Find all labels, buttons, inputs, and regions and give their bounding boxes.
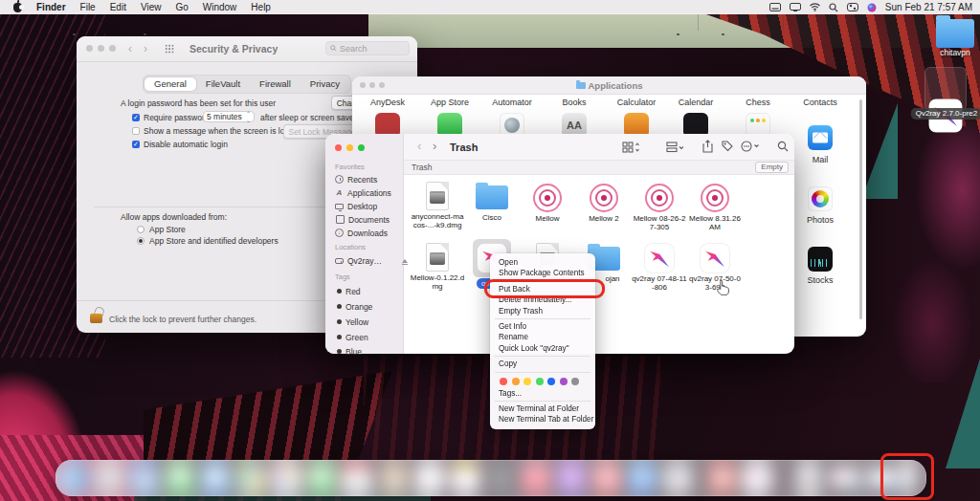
file-mellow-dmg[interactable]: Mellow-0.1.22.dmg <box>410 243 465 291</box>
file-mellow-08-26[interactable]: Mellow 08-26-27-305 <box>632 182 687 231</box>
photos-app-icon[interactable] <box>808 186 833 211</box>
mail-app-icon[interactable] <box>808 125 833 150</box>
control-center-icon[interactable] <box>847 3 858 11</box>
more-actions-icon[interactable] <box>741 141 760 152</box>
menu-go[interactable]: Go <box>175 2 188 12</box>
group-by-icon[interactable] <box>666 142 683 153</box>
empty-trash-button[interactable]: Empty <box>755 162 789 173</box>
security-search-field[interactable]: Search <box>325 41 410 55</box>
menu-window[interactable]: Window <box>203 2 237 12</box>
siri-icon[interactable] <box>867 3 877 12</box>
menu-edit[interactable]: Edit <box>110 2 126 12</box>
forward-icon[interactable]: › <box>433 141 436 152</box>
file-anyconnect-dmg[interactable]: anyconnect-macos-...-k9.dmg <box>410 182 465 229</box>
stocks-app-icon[interactable] <box>808 247 833 272</box>
sidebar-item-qv2ray-disk[interactable]: Qv2ray… <box>325 254 413 267</box>
file-cisco-folder[interactable]: Cisco <box>464 182 520 222</box>
app-label-appstore[interactable]: App Store <box>431 98 469 107</box>
tag-red[interactable] <box>500 378 507 385</box>
tag-icon[interactable] <box>722 141 733 152</box>
zoom-button[interactable] <box>109 45 116 52</box>
minimize-button[interactable] <box>346 144 353 151</box>
sidebar-tag-blue[interactable]: Blue <box>325 345 413 358</box>
tag-yellow[interactable] <box>523 378 531 385</box>
app-label-calendar[interactable]: Calendar <box>679 98 714 107</box>
desktop-app-label[interactable]: Qv2ray 2.7.0-pre2 <box>911 108 980 120</box>
zoom-button[interactable] <box>379 82 385 88</box>
file-mellow-83126[interactable]: Mellow 8.31.26 AM <box>687 182 743 231</box>
sidebar-tag-orange[interactable]: Orange <box>325 300 413 313</box>
keyboard-icon[interactable] <box>769 3 781 11</box>
menu-item-tags[interactable]: Tags... <box>490 388 595 399</box>
file-qv2ray-0750[interactable]: qv2ray 07-50-03-692 <box>687 244 743 292</box>
app-label-photos[interactable]: Photos <box>807 215 834 225</box>
display-icon[interactable] <box>790 3 801 11</box>
file-mellow-2[interactable]: Mellow 2 <box>576 182 632 223</box>
tab-privacy[interactable]: Privacy <box>301 77 349 91</box>
close-button[interactable] <box>335 144 342 151</box>
app-label-books[interactable]: Books <box>562 98 586 107</box>
desktop-folder-label[interactable]: chitavpn <box>940 48 970 57</box>
menu-item-open[interactable]: Open <box>490 257 595 268</box>
tag-blue[interactable] <box>547 378 555 385</box>
back-icon[interactable]: ‹ <box>417 141 421 152</box>
menu-item-rename[interactable]: Rename <box>490 332 595 342</box>
app-label-chess[interactable]: Chess <box>746 98 770 107</box>
sidebar-item-documents[interactable]: Documents <box>325 213 413 226</box>
disable-auto-login-checkbox[interactable]: ✓ <box>132 141 140 148</box>
app-label-contacts[interactable]: Contacts <box>803 98 837 107</box>
desktop-folder-chitavpn[interactable] <box>936 19 974 48</box>
tab-firewall[interactable]: Firewall <box>250 77 301 91</box>
scrollbar[interactable] <box>859 99 862 319</box>
menu-bar-clock[interactable]: Sun Feb 21 7:57 AM <box>885 2 972 12</box>
applications-titlebar[interactable]: Applications <box>352 76 866 95</box>
menu-file[interactable]: File <box>80 2 96 12</box>
require-password-checkbox[interactable]: ✓ <box>132 114 140 121</box>
share-icon[interactable] <box>702 140 713 153</box>
menu-item-empty-trash[interactable]: Empty Trash <box>490 306 595 316</box>
minimize-button[interactable] <box>98 45 104 52</box>
menu-help[interactable]: Help <box>251 2 271 12</box>
tag-orange[interactable] <box>512 378 520 385</box>
apple-menu-icon[interactable] <box>13 3 22 12</box>
show-message-checkbox[interactable] <box>132 127 140 135</box>
wifi-icon[interactable] <box>810 3 820 11</box>
zoom-button[interactable] <box>358 144 365 151</box>
icon-view-icon[interactable] <box>622 142 639 153</box>
sidebar-item-desktop[interactable]: Desktop <box>325 200 413 212</box>
menu-item-new-terminal[interactable]: New Terminal at Folder <box>490 403 595 414</box>
search-icon[interactable] <box>777 141 789 152</box>
menu-item-new-terminal-tab[interactable]: New Terminal Tab at Folder <box>490 414 595 425</box>
eject-icon[interactable] <box>402 259 408 263</box>
spotlight-icon[interactable] <box>829 3 838 12</box>
close-button[interactable] <box>360 82 366 88</box>
tag-gray[interactable] <box>571 378 579 385</box>
tab-filevault[interactable]: FileVault <box>196 77 250 91</box>
menu-view[interactable]: View <box>141 2 162 12</box>
app-label-automator[interactable]: Automator <box>492 98 532 107</box>
tag-purple[interactable] <box>560 378 568 385</box>
menu-item-copy[interactable]: Copy <box>490 359 595 369</box>
menu-item-show-package-contents[interactable]: Show Package Contents <box>490 268 595 278</box>
app-label-calculator[interactable]: Calculator <box>617 98 657 107</box>
sidebar-tag-yellow[interactable]: Yellow <box>325 316 413 328</box>
require-password-select[interactable]: 5 minutes ⌃⌄ <box>203 111 255 122</box>
sidebar-item-applications[interactable]: AApplications <box>325 186 413 199</box>
sidebar-item-downloads[interactable]: ↓Downloads <box>325 227 413 239</box>
radio-app-store-identified[interactable] <box>137 237 145 245</box>
app-label-anydesk[interactable]: AnyDesk <box>370 98 405 107</box>
show-all-icon[interactable] <box>165 44 174 54</box>
tab-general[interactable]: General <box>145 77 196 91</box>
radio-app-store[interactable] <box>137 226 145 233</box>
close-button[interactable] <box>86 45 93 52</box>
file-mellow[interactable]: Mellow <box>520 182 575 223</box>
security-titlebar[interactable]: ‹ › Security & Privacy Search <box>77 36 417 62</box>
tag-green[interactable] <box>536 378 544 385</box>
sidebar-tag-red[interactable]: Red <box>325 285 413 297</box>
sidebar-tag-green[interactable]: Green <box>325 331 413 343</box>
menu-item-quick-look[interactable]: Quick Look "qv2ray" <box>490 343 595 354</box>
menu-item-get-info[interactable]: Get Info <box>490 321 595 332</box>
lock-icon[interactable] <box>90 314 102 323</box>
app-label-mail[interactable]: Mail <box>813 155 829 164</box>
forward-icon[interactable]: › <box>144 43 147 54</box>
